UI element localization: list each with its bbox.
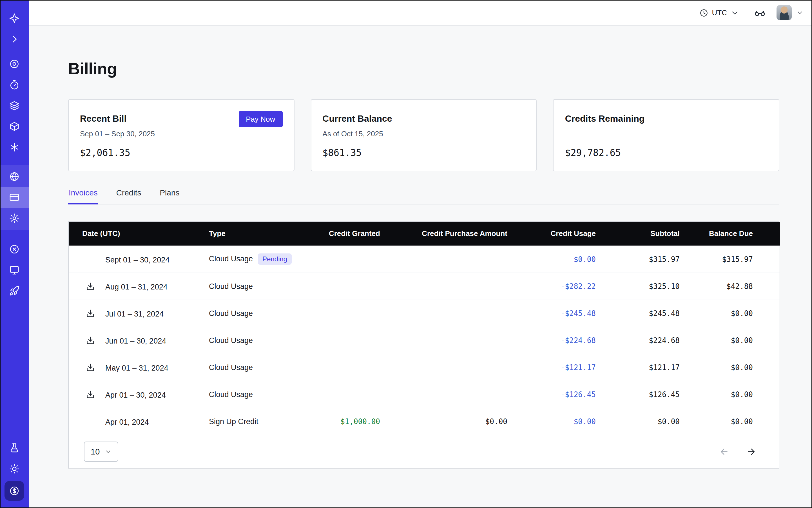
gear-icon xyxy=(9,213,20,223)
account-menu-chevron-icon[interactable] xyxy=(796,9,804,16)
sidebar-item-credit-card[interactable] xyxy=(0,187,29,208)
glasses-icon[interactable] xyxy=(754,7,766,18)
sidebar-item-logo[interactable] xyxy=(0,8,29,29)
chevron-right-icon xyxy=(9,34,20,44)
credits-remaining-amount: $29,782.65 xyxy=(565,147,768,158)
credit-granted-cell xyxy=(314,381,380,408)
invoice-table-body: Sept 01 – 30, 2024 Cloud UsagePending $0… xyxy=(69,246,780,435)
subtotal-cell: $325.10 xyxy=(596,272,680,300)
current-balance-amount: $861.35 xyxy=(323,147,525,158)
clock-icon xyxy=(700,8,709,17)
pay-now-button[interactable]: Pay Now xyxy=(239,111,283,127)
layers-icon xyxy=(9,100,20,111)
credit-purchase-cell xyxy=(380,327,507,354)
invoice-row: May 01 – 31, 2024 Cloud Usage -$121.17 $… xyxy=(69,354,780,381)
credit-purchase-cell xyxy=(380,246,507,272)
invoice-row: Sept 01 – 30, 2024 Cloud UsagePending $0… xyxy=(69,246,780,272)
sidebar-item-flask[interactable] xyxy=(0,437,29,458)
invoice-date: Sept 01 – 30, 2024 xyxy=(105,255,170,264)
subtotal-cell: $0.00 xyxy=(596,408,680,435)
credits-remaining-title: Credits Remaining xyxy=(565,114,645,124)
sidebar-item-globe[interactable] xyxy=(0,166,29,187)
credit-usage-cell: -$282.22 xyxy=(507,272,596,300)
invoice-type: Cloud Usage xyxy=(209,309,253,318)
content: Billing Recent Bill Pay Now Sep 01 – Sep… xyxy=(29,26,812,508)
recent-bill-title: Recent Bill xyxy=(80,114,126,124)
download-invoice-button[interactable] xyxy=(86,308,95,318)
col-credit-usage: Credit Usage xyxy=(507,222,596,246)
invoice-date: May 01 – 31, 2024 xyxy=(105,364,168,372)
sidebar-item-dollar-circle[interactable] xyxy=(0,479,29,502)
sidebar-section-secondary xyxy=(0,239,29,301)
sidebar-item-sun[interactable] xyxy=(0,458,29,479)
invoice-date: Jun 01 – 30, 2024 xyxy=(105,337,166,345)
recent-bill-card: Recent Bill Pay Now Sep 01 – Sep 30, 202… xyxy=(68,99,294,171)
sidebar-item-layers[interactable] xyxy=(0,95,29,116)
next-page-button[interactable] xyxy=(746,447,756,457)
col-type: Type xyxy=(196,222,314,246)
sidebar-section-bottom xyxy=(0,437,29,508)
invoice-row: Jul 01 – 31, 2024 Cloud Usage -$245.48 $… xyxy=(69,300,780,327)
invoice-table-card: Date (UTC) Type Credit Granted Credit Pu… xyxy=(68,221,779,469)
sidebar-item-cube[interactable] xyxy=(0,116,29,137)
balance-due-cell: $42.88 xyxy=(680,272,780,300)
tab-credits[interactable]: Credits xyxy=(116,188,142,204)
download-invoice-button[interactable] xyxy=(86,281,95,291)
billing-app: UTC Billing Recent Bill Pay Now Sep 01 –… xyxy=(0,0,812,508)
sidebar xyxy=(0,0,29,508)
download-invoice-button[interactable] xyxy=(86,363,95,372)
target-icon xyxy=(9,58,20,69)
tab-invoices[interactable]: Invoices xyxy=(68,188,98,204)
sidebar-item-timer[interactable] xyxy=(0,74,29,95)
download-icon xyxy=(86,389,95,399)
avatar[interactable] xyxy=(776,5,792,20)
logo-icon xyxy=(9,13,20,24)
tab-plans[interactable]: Plans xyxy=(159,188,180,204)
credit-card-icon xyxy=(9,192,20,203)
sidebar-item-asterisk[interactable] xyxy=(0,137,29,158)
sidebar-item-circle-x[interactable] xyxy=(0,239,29,260)
subtotal-cell: $126.45 xyxy=(596,381,680,408)
page-title: Billing xyxy=(68,60,779,78)
balance-due-cell: $0.00 xyxy=(680,300,780,327)
credit-purchase-cell xyxy=(380,272,507,300)
summary-cards: Recent Bill Pay Now Sep 01 – Sep 30, 202… xyxy=(68,99,779,171)
invoice-row: Jun 01 – 30, 2024 Cloud Usage -$224.68 $… xyxy=(69,327,780,354)
cube-icon xyxy=(9,121,20,132)
credit-purchase-cell xyxy=(380,354,507,381)
timer-icon xyxy=(9,79,20,90)
chevron-down-icon xyxy=(105,448,112,455)
download-invoice-button[interactable] xyxy=(86,335,95,345)
credit-purchase-cell xyxy=(380,300,507,327)
invoice-type: Cloud Usage xyxy=(209,282,253,290)
invoice-type: Sign Up Credit xyxy=(209,417,258,426)
col-balance-due: Balance Due xyxy=(680,222,780,246)
invoice-table-header-row: Date (UTC) Type Credit Granted Credit Pu… xyxy=(69,222,780,246)
invoice-date: Apr 01, 2024 xyxy=(105,418,149,426)
sidebar-item-gear[interactable] xyxy=(0,208,29,229)
balance-due-cell: $0.00 xyxy=(680,408,780,435)
credit-usage-cell: $0.00 xyxy=(507,246,596,272)
timezone-selector[interactable]: UTC xyxy=(700,8,739,17)
current-balance-card: Current Balance As of Oct 15, 2025 $861.… xyxy=(310,99,537,171)
dollar-circle-icon xyxy=(9,485,20,496)
timezone-label: UTC xyxy=(712,8,727,17)
previous-page-button[interactable] xyxy=(719,447,729,457)
recent-bill-period: Sep 01 – Sep 30, 2025 xyxy=(80,130,283,138)
sidebar-section-top xyxy=(0,0,29,50)
page-size-select[interactable]: 10 xyxy=(84,441,118,462)
sidebar-item-chevron-right[interactable] xyxy=(0,29,29,50)
download-invoice-button[interactable] xyxy=(86,389,95,399)
sidebar-item-rocket[interactable] xyxy=(0,281,29,301)
monitor-icon xyxy=(9,265,20,276)
invoice-date: Aug 01 – 31, 2024 xyxy=(105,283,168,291)
credit-usage-cell: -$224.68 xyxy=(507,327,596,354)
globe-icon xyxy=(9,171,20,182)
sidebar-item-target[interactable] xyxy=(0,53,29,74)
credit-usage-cell: -$245.48 xyxy=(507,300,596,327)
col-credit-granted: Credit Granted xyxy=(314,222,380,246)
balance-due-cell: $0.00 xyxy=(680,327,780,354)
invoice-row: Apr 01, 2024 Sign Up Credit $1,000.00 $0… xyxy=(69,408,780,435)
subtotal-cell: $315.97 xyxy=(596,246,680,272)
sidebar-item-monitor[interactable] xyxy=(0,260,29,281)
